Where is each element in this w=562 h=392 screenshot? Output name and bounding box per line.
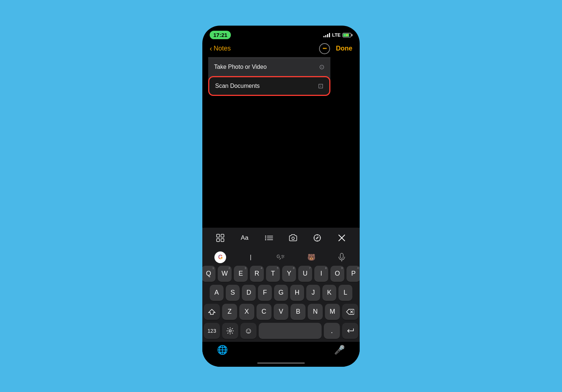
key-d[interactable]: D (242, 285, 256, 301)
svg-text:字: 字 (281, 255, 285, 259)
translate-button[interactable]: G 字 (274, 250, 288, 264)
key-r[interactable]: R4 (250, 266, 264, 282)
svg-rect-16 (340, 253, 343, 258)
key-t[interactable]: T5 (266, 266, 280, 282)
keyboard-area: G | G 字 🐻 (202, 248, 360, 342)
take-photo-label: Take Photo or Video (214, 64, 267, 70)
camera-toolbar-button[interactable] (286, 231, 300, 244)
svg-rect-2 (217, 239, 220, 242)
battery-icon: ⚡ (342, 33, 352, 37)
svg-point-10 (292, 237, 295, 239)
google-icon: G (214, 251, 226, 263)
status-right: LTE ⚡ (323, 32, 352, 38)
key-e[interactable]: E3 (234, 266, 248, 282)
key-l[interactable]: L (338, 285, 352, 301)
key-row-3: Z X C V B N M (204, 304, 358, 320)
key-k[interactable]: K (322, 285, 336, 301)
return-key[interactable] (342, 323, 358, 339)
phone: 17:21 LTE ⚡ ‹ Notes (202, 26, 360, 367)
emoji-key[interactable]: ☺ (240, 323, 256, 339)
key-h[interactable]: H (290, 285, 304, 301)
popup-item-scan-documents[interactable]: Scan Documents ⊡ (208, 76, 330, 96)
bottom-bar: 🌐 🎤 (202, 342, 360, 359)
key-y[interactable]: Y6 (282, 266, 296, 282)
popup-menu: Choose Photo or Video ⊡ Take Photo or Vi… (208, 57, 330, 96)
lte-label: LTE (332, 32, 341, 38)
key-b[interactable]: B (291, 304, 306, 320)
delete-key[interactable] (342, 304, 358, 320)
key-w[interactable]: W2 (218, 266, 232, 282)
chevron-left-icon: ‹ (210, 44, 212, 53)
google-button[interactable]: G (213, 250, 227, 264)
shift-key[interactable] (204, 304, 220, 320)
microphone-icon[interactable]: 🎤 (334, 345, 345, 355)
status-time: 17:21 (210, 31, 231, 39)
list-toolbar-button[interactable] (262, 231, 276, 244)
format-toolbar-button[interactable]: Aa (238, 231, 251, 244)
close-toolbar-button[interactable] (335, 231, 348, 244)
svg-point-4 (265, 235, 266, 236)
sticker-button[interactable]: 🐻 (304, 250, 318, 264)
key-u[interactable]: U7 (298, 266, 312, 282)
status-bar: 17:21 LTE ⚡ (202, 26, 360, 42)
key-m[interactable]: M (325, 304, 340, 320)
svg-rect-3 (221, 239, 224, 242)
nav-right-actions: ••• Done (319, 43, 352, 54)
key-f[interactable]: F (258, 285, 272, 301)
svg-point-6 (265, 237, 266, 238)
key-s[interactable]: S (226, 285, 240, 301)
key-o[interactable]: O9 (330, 266, 344, 282)
key-a[interactable]: A (210, 285, 224, 301)
key-g[interactable]: G (274, 285, 288, 301)
scan-icon: ⊡ (318, 82, 323, 90)
key-x[interactable]: X (239, 304, 254, 320)
svg-rect-0 (217, 234, 220, 237)
key-row-4: 123 ☺ . (204, 323, 358, 339)
svg-point-8 (265, 239, 266, 240)
back-label: Notes (214, 45, 231, 52)
more-icon: ••• (323, 46, 327, 51)
signal-icon (323, 33, 330, 37)
key-q[interactable]: Q1 (202, 266, 216, 282)
key-row-2: A S D F G H J K L (204, 285, 358, 301)
keyboard-rows: Q1 W2 E3 R4 T5 Y6 U7 I8 O9 P0 A S D F G … (202, 266, 360, 339)
home-indicator (257, 362, 305, 364)
popup-item-take-photo[interactable]: Take Photo or Video ⊙ (208, 58, 330, 76)
more-button[interactable]: ••• (319, 43, 330, 54)
key-z[interactable]: Z (222, 304, 237, 320)
svg-text:G: G (277, 254, 280, 259)
globe-icon[interactable]: 🌐 (217, 345, 228, 355)
note-content[interactable]: Choose Photo or Video ⊡ Take Photo or Vi… (202, 57, 360, 228)
svg-rect-1 (221, 234, 224, 237)
cursor-key[interactable]: | (244, 250, 258, 264)
keyboard-toolbar: Aa (202, 228, 360, 248)
camera-icon: ⊙ (319, 63, 325, 71)
grid-toolbar-button[interactable] (214, 231, 227, 244)
key-v[interactable]: V (274, 304, 289, 320)
svg-point-20 (229, 330, 231, 332)
nav-bar: ‹ Notes ••• Done (202, 42, 360, 57)
compass-toolbar-button[interactable] (311, 231, 324, 244)
mic-key[interactable] (335, 250, 349, 264)
period-key[interactable]: . (324, 323, 340, 339)
key-c[interactable]: C (256, 304, 271, 320)
key-row-1: Q1 W2 E3 R4 T5 Y6 U7 I8 O9 P0 (204, 266, 358, 282)
numbers-key[interactable]: 123 (204, 323, 220, 339)
settings-key[interactable] (222, 323, 238, 339)
done-button[interactable]: Done (336, 45, 352, 52)
key-i[interactable]: I8 (314, 266, 328, 282)
back-button[interactable]: ‹ Notes (210, 44, 231, 53)
home-indicator-bar (202, 359, 360, 367)
scan-documents-label: Scan Documents (215, 83, 260, 89)
special-keys-row: G | G 字 🐻 (202, 248, 360, 266)
key-n[interactable]: N (308, 304, 323, 320)
space-key[interactable] (259, 323, 322, 339)
key-j[interactable]: J (306, 285, 320, 301)
key-p[interactable]: P0 (346, 266, 360, 282)
